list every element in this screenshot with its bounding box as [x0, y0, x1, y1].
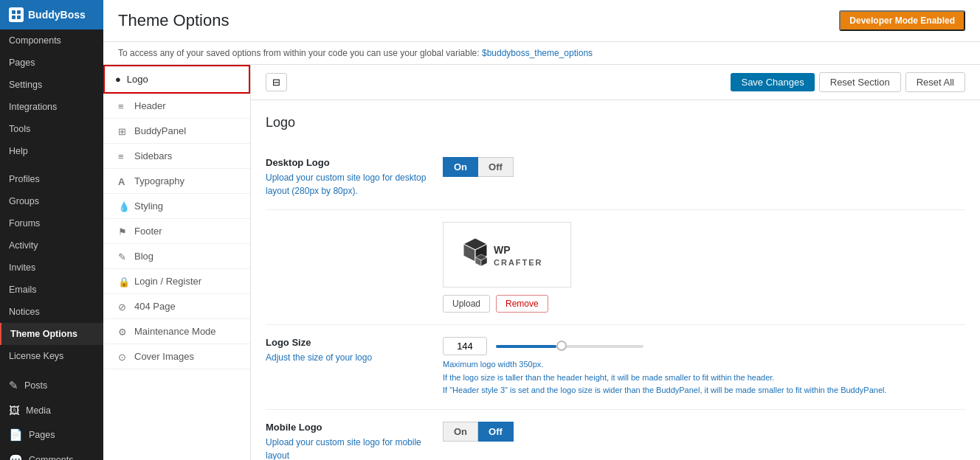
sidebar-item-posts[interactable]: ✎ Posts [0, 373, 103, 398]
logo-section-header[interactable]: ● Logo [103, 65, 250, 94]
sidebar-item-media[interactable]: 🖼 Media [0, 398, 103, 422]
reset-section-button[interactable]: Reset Section [819, 72, 901, 92]
panel-item-buddypanel[interactable]: ⊞ BuddyPanel [103, 119, 250, 144]
sidebar-item-license-keys[interactable]: License Keys [0, 345, 103, 367]
sidebar-item-groups[interactable]: Groups [0, 190, 103, 212]
sidebar-item-invites[interactable]: Invites [0, 257, 103, 279]
sidebar-item-help[interactable]: Help [0, 140, 103, 162]
sidebar-item-profiles[interactable]: Profiles [0, 168, 103, 190]
logo-size-label-col: Logo Size Adjust the size of your logo [266, 337, 428, 364]
panel-item-sidebars[interactable]: ≡ Sidebars [103, 144, 250, 169]
sidebar: BuddyBoss Components Pages Settings Inte… [0, 0, 103, 460]
toolbar-right: Save Changes Reset Section Reset All [731, 72, 965, 92]
sidebar-logo-text: BuddyBoss [28, 9, 86, 21]
panel-item-cover-images[interactable]: ⊙ Cover Images [103, 344, 250, 369]
svg-text:WP: WP [494, 244, 511, 256]
sidebar-item-emails[interactable]: Emails [0, 279, 103, 301]
login-icon: 🔒 [118, 276, 128, 287]
panel-item-blog[interactable]: ✎ Blog [103, 244, 250, 269]
desktop-logo-control: On Off [443, 157, 965, 177]
slider-container [496, 345, 643, 348]
svg-rect-0 [12, 10, 15, 14]
panel-item-styling[interactable]: 💧 Styling [103, 194, 250, 219]
404-icon: ⊘ [118, 302, 128, 312]
logo-size-input[interactable] [443, 337, 487, 355]
sidebar-item-pages[interactable]: 📄 Pages [0, 422, 103, 447]
sidebar-item-forums[interactable]: Forums [0, 212, 103, 234]
pages-icon: 📄 [9, 428, 23, 442]
desktop-logo-link[interactable]: desktop layout [266, 172, 426, 196]
svg-rect-3 [17, 15, 21, 19]
mobile-logo-desc: Upload your custom site logo for mobile … [266, 436, 428, 460]
slider-notes: Maximum logo width 350px. If the logo si… [443, 358, 965, 397]
panel-item-footer[interactable]: ⚑ Footer [103, 219, 250, 244]
content-toolbar: ⊟ Save Changes Reset Section Reset All [251, 65, 980, 100]
desktop-logo-label: Desktop Logo [266, 157, 428, 168]
logo-actions: Upload Remove [443, 295, 965, 313]
sidebar-item-activity[interactable]: Activity [0, 234, 103, 257]
slider-thumb[interactable] [556, 341, 567, 351]
mobile-logo-off-button[interactable]: Off [478, 422, 514, 442]
sidebar-item-components[interactable]: Components [0, 29, 103, 52]
posts-icon: ✎ [9, 379, 18, 392]
panel-item-typography[interactable]: A Typography [103, 169, 250, 194]
logo-size-row: Logo Size Adjust the size of your logo [266, 325, 965, 410]
main-content: Theme Options Developer Mode Enabled To … [103, 0, 980, 460]
panel-item-header[interactable]: ≡ Header [103, 94, 250, 119]
sidebar-item-settings[interactable]: Settings [0, 74, 103, 96]
typography-icon: A [118, 176, 128, 187]
panel-item-maintenance[interactable]: ⚙ Maintenance Mode [103, 319, 250, 344]
desktop-logo-on-button[interactable]: On [443, 157, 478, 177]
sidebar-item-pages[interactable]: Pages [0, 52, 103, 74]
page-header: Theme Options Developer Mode Enabled [103, 0, 980, 42]
logo-size-input-row [443, 337, 965, 355]
sidebar-item-comments[interactable]: 💬 Comments [0, 447, 103, 460]
panel-item-login-register[interactable]: 🔒 Login / Register [103, 269, 250, 294]
grid-view-button[interactable]: ⊟ [266, 73, 287, 91]
mobile-logo-on-button[interactable]: On [443, 422, 478, 442]
logo-section-label: Logo [127, 74, 148, 85]
reset-all-button[interactable]: Reset All [905, 72, 965, 92]
sidebar-item-notices[interactable]: Notices [0, 301, 103, 323]
settings-content: Logo Desktop Logo Upload your custom sit… [251, 100, 980, 460]
dev-mode-badge[interactable]: Developer Mode Enabled [839, 10, 965, 31]
slider-note-2: If the logo size is taller than the head… [443, 372, 965, 385]
variable-name: $buddyboss_theme_options [482, 48, 593, 58]
mobile-logo-toggle: On Off [443, 422, 965, 442]
sidebar-section-menu: Profiles Groups Forums Activity Invites … [0, 168, 103, 367]
comments-icon: 💬 [9, 453, 23, 460]
slider-track [496, 345, 643, 348]
styling-icon: 💧 [118, 201, 128, 212]
footer-icon: ⚑ [118, 226, 128, 237]
header-icon: ≡ [118, 101, 128, 111]
svg-rect-2 [12, 15, 15, 19]
sidebars-icon: ≡ [118, 151, 128, 161]
panel-item-404[interactable]: ⊘ 404 Page [103, 294, 250, 319]
desktop-logo-toggle: On Off [443, 157, 965, 177]
sidebar-item-tools[interactable]: Tools [0, 118, 103, 140]
sidebar-item-integrations[interactable]: Integrations [0, 96, 103, 118]
left-panel: ● Logo ≡ Header ⊞ BuddyPanel ≡ Sidebars … [103, 65, 251, 460]
blog-icon: ✎ [118, 251, 128, 262]
svg-text:CRAFTER: CRAFTER [494, 258, 543, 267]
logo-size-desc: Adjust the size of your logo [266, 351, 428, 364]
page-title: Theme Options [118, 11, 229, 30]
sidebar-wp-menu: ✎ Posts 🖼 Media 📄 Pages 💬 Comments 🎨 App… [0, 373, 103, 460]
logo-size-control: Maximum logo width 350px. If the logo si… [443, 337, 965, 397]
sidebar-item-theme-options[interactable]: Theme Options [0, 323, 103, 345]
logo-section-icon: ● [115, 74, 121, 85]
sidebar-logo[interactable]: BuddyBoss [0, 0, 103, 29]
toolbar-left: ⊟ [266, 73, 287, 91]
cover-images-icon: ⊙ [118, 352, 128, 362]
logo-size-link[interactable]: logo [355, 352, 372, 363]
desktop-logo-desc: Upload your custom site logo for desktop… [266, 171, 428, 198]
buddypanel-icon: ⊞ [118, 126, 128, 136]
mobile-logo-row: Mobile Logo Upload your custom site logo… [266, 410, 965, 460]
remove-button[interactable]: Remove [496, 295, 548, 313]
desktop-logo-label-col: Desktop Logo Upload your custom site log… [266, 157, 428, 198]
mobile-logo-label: Mobile Logo [266, 422, 428, 433]
desktop-logo-off-button[interactable]: Off [478, 157, 514, 177]
save-changes-button[interactable]: Save Changes [731, 73, 814, 91]
upload-button[interactable]: Upload [443, 295, 490, 313]
mobile-logo-control: On Off [443, 422, 965, 442]
